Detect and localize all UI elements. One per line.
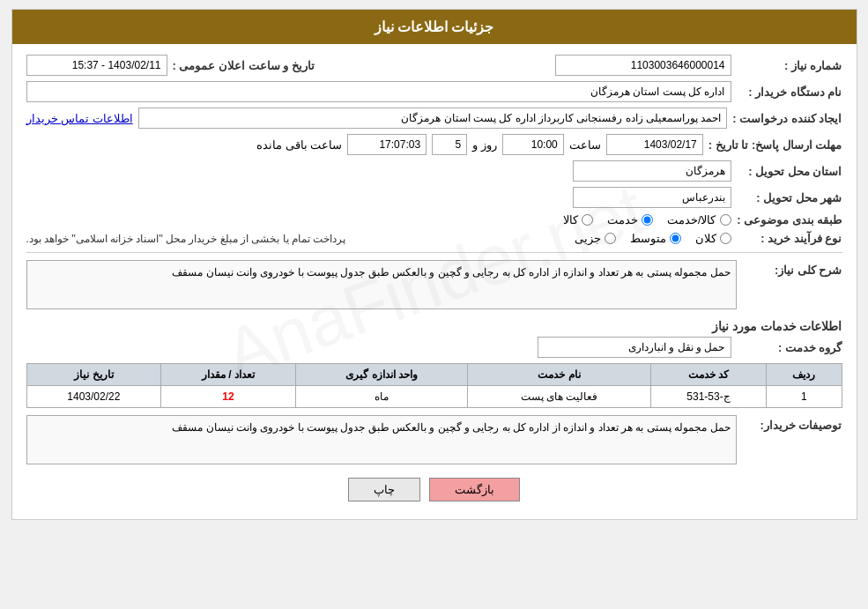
roz-label: روز و xyxy=(472,138,497,152)
nam-dastgah-input[interactable] xyxy=(26,81,731,102)
col-kod: کد خدمت xyxy=(650,364,767,386)
tarikh-input[interactable] xyxy=(26,55,167,76)
print-button[interactable]: چاپ xyxy=(348,478,420,501)
row-mohlat: مهلت ارسال پاسخ: تا تاریخ : ساعت روز و س… xyxy=(26,134,842,155)
gorohe-khadmat-label: گروه خدمت : xyxy=(737,341,842,354)
farayand-radio-group: کلان متوسط جزیی xyxy=(575,232,731,245)
gorohe-khadmat-input[interactable] xyxy=(538,337,731,358)
nam-dastgah-label: نام دستگاه خریدار : xyxy=(737,85,842,99)
cell-radif: 1 xyxy=(767,386,842,408)
shahr-input[interactable] xyxy=(573,187,731,208)
row-shomara: شماره نیاز : تاریخ و ساعت اعلان عمومی : xyxy=(26,55,842,76)
mohlat-date-input[interactable] xyxy=(606,134,703,155)
col-radif: ردیف xyxy=(767,364,842,386)
radio-kala-khadmat-item: کالا/خدمت xyxy=(667,213,731,227)
radio-kala-khadmat-label: کالا/خدمت xyxy=(667,213,716,227)
tosaif-textarea[interactable] xyxy=(26,415,737,464)
ostan-input[interactable] xyxy=(573,160,731,182)
baki-label: ساعت باقی مانده xyxy=(256,138,342,152)
table-header: ردیف کد خدمت نام خدمت واحد اندازه گیری ت… xyxy=(26,364,842,386)
services-table: ردیف کد خدمت نام خدمت واحد اندازه گیری ت… xyxy=(26,363,842,408)
radio-kala-item: کالا xyxy=(563,213,593,227)
saat-label: ساعت xyxy=(569,138,601,152)
row-shahr: شهر محل تحویل : xyxy=(26,187,842,208)
col-tarikh: تاریخ نیاز xyxy=(26,364,161,386)
radio-jozi-item: جزیی xyxy=(575,232,616,245)
radio-motovaset[interactable] xyxy=(670,233,681,244)
row-sharh-koli: شرح کلی نیاز: xyxy=(26,260,842,312)
ettelaat-khadamat-title: اطلاعات خدمات مورد نیاز xyxy=(26,319,842,333)
button-row: بازگشت چاپ xyxy=(26,478,842,501)
tosaif-label: توصیفات خریدار: xyxy=(746,415,842,432)
row-farayand: نوع فرآیند خرید : کلان متوسط جزیی پرداخت… xyxy=(26,232,842,245)
row-tosaif: توصیفات خریدار: xyxy=(26,415,842,467)
mohlat-roz-input[interactable] xyxy=(432,134,467,155)
row-ostan: استان محل تحویل : xyxy=(26,160,842,182)
cell-kod: ج-53-531 xyxy=(650,386,767,408)
radio-jozi[interactable] xyxy=(605,233,616,244)
row-nam-dastgah: نام دستگاه خریدار : xyxy=(26,81,842,102)
tosaif-content xyxy=(26,415,737,467)
table-body: 1 ج-53-531 فعالیت های پست ماه 12 1403/02… xyxy=(26,386,842,408)
radio-motovaset-label: متوسط xyxy=(630,232,666,245)
page-title: جزئیات اطلاعات نیاز xyxy=(375,19,494,34)
ettelaat-tamas-link[interactable]: اطلاعات تماس خریدار xyxy=(26,112,133,125)
ijad-konande-label: ایجاد کننده درخواست : xyxy=(732,112,842,125)
farayand-label: نوع فرآیند خرید : xyxy=(737,232,842,245)
tarikh-label: تاریخ و ساعت اعلان عمومی : xyxy=(173,59,315,72)
sharh-koli-content xyxy=(26,260,737,312)
cell-tedad: 12 xyxy=(161,386,296,408)
sharh-koli-textarea[interactable] xyxy=(26,260,737,309)
divider-1 xyxy=(26,252,842,253)
radio-kala[interactable] xyxy=(582,214,593,226)
col-nam: نام خدمت xyxy=(468,364,650,386)
shomara-label: شماره نیاز : xyxy=(737,59,842,72)
cell-tarikh: 1403/02/22 xyxy=(26,386,161,408)
page-header: جزئیات اطلاعات نیاز xyxy=(12,10,857,44)
radio-khadmat-item: خدمت xyxy=(607,213,653,227)
tabaqe-label: طبقه بندی موضوعی : xyxy=(737,213,842,227)
radio-kolan-item: کلان xyxy=(695,232,731,245)
row-ijad-konande: ایجاد کننده درخواست : اطلاعات تماس خریدا… xyxy=(26,108,842,129)
radio-motovaset-item: متوسط xyxy=(630,232,681,245)
farayand-note: پرداخت تمام یا بخشی از مبلغ خریدار محل "… xyxy=(26,233,346,245)
shahr-label: شهر محل تحویل : xyxy=(737,191,842,204)
radio-jozi-label: جزیی xyxy=(575,232,601,245)
radio-kolan[interactable] xyxy=(720,233,731,244)
content-area: AnaFinder.net شماره نیاز : تاریخ و ساعت … xyxy=(12,44,857,519)
ijad-konande-input[interactable] xyxy=(138,108,728,129)
ostan-label: استان محل تحویل : xyxy=(737,165,842,178)
tabaqe-radio-group: کالا/خدمت خدمت کالا xyxy=(563,213,731,227)
col-vahed: واحد اندازه گیری xyxy=(295,364,468,386)
mohlat-label: مهلت ارسال پاسخ: تا تاریخ : xyxy=(708,138,842,152)
cell-nam: فعالیت های پست xyxy=(468,386,650,408)
cell-vahed: ماه xyxy=(295,386,468,408)
shomara-input[interactable] xyxy=(555,55,731,76)
radio-kala-label: کالا xyxy=(563,213,578,227)
main-container: جزئیات اطلاعات نیاز AnaFinder.net شماره … xyxy=(11,9,857,520)
row-tabaqe: طبقه بندی موضوعی : کالا/خدمت خدمت کالا xyxy=(26,213,842,227)
mohlat-baki-input[interactable] xyxy=(347,134,427,155)
row-gorohe-khadmat: گروه خدمت : xyxy=(26,337,842,358)
back-button[interactable]: بازگشت xyxy=(429,478,520,501)
radio-kolan-label: کلان xyxy=(695,232,716,245)
radio-khadmat[interactable] xyxy=(642,214,653,226)
radio-khadmat-label: خدمت xyxy=(607,213,638,227)
col-tedad: تعداد / مقدار xyxy=(161,364,296,386)
sharh-koli-label: شرح کلی نیاز: xyxy=(746,260,842,277)
radio-kala-khadmat[interactable] xyxy=(720,214,731,226)
table-row: 1 ج-53-531 فعالیت های پست ماه 12 1403/02… xyxy=(26,386,842,408)
mohlat-saat-input[interactable] xyxy=(502,134,564,155)
